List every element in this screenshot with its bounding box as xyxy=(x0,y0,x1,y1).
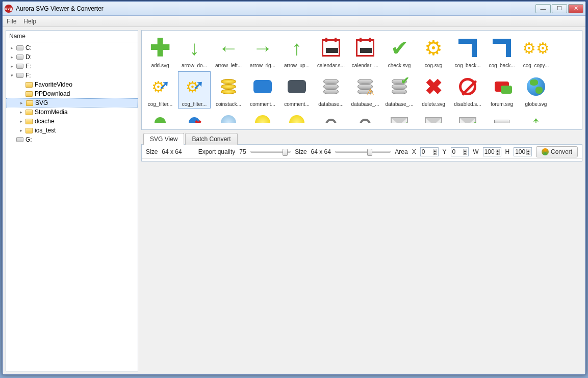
thumbnail[interactable] xyxy=(349,110,381,123)
thumbnail[interactable]: database... xyxy=(315,71,347,109)
tree-node[interactable]: ▸ios_test xyxy=(6,126,138,135)
tree-header[interactable]: Name xyxy=(6,31,138,42)
thumbnail[interactable]: calendar.s... xyxy=(315,33,347,70)
tabbar: SVG View Batch Convert xyxy=(141,133,582,145)
thumb-people-icon xyxy=(146,112,174,123)
thumbnail[interactable]: disabled.s... xyxy=(451,71,484,109)
thumbnail[interactable]: ✔check.svg xyxy=(383,33,416,70)
expander-icon[interactable]: ▸ xyxy=(9,64,14,69)
menu-file[interactable]: File xyxy=(7,18,16,25)
thumbnail[interactable]: ⚙➚cog_filter... xyxy=(144,71,176,109)
thumb-cog-arrow-icon: ⚙➚ xyxy=(146,73,174,100)
thumb-env-up-icon: ↑ xyxy=(454,112,481,123)
thumbnail[interactable]: ⚙cog.svg xyxy=(417,33,450,70)
thumbnail[interactable] xyxy=(212,110,245,123)
quality-slider[interactable] xyxy=(250,151,291,153)
thumbnail[interactable]: ⚠database_... xyxy=(349,71,381,109)
convert-button[interactable]: Convert xyxy=(536,146,578,157)
thumbnail[interactable]: forum.svg xyxy=(485,71,518,109)
folder-tree[interactable]: ▸C:▸D:▸E:▾F:FavoriteVideoPPDownload▸SVG▸… xyxy=(6,42,138,371)
tree-label: C: xyxy=(25,44,32,51)
expander-icon[interactable]: ▸ xyxy=(9,55,14,60)
size-slider[interactable] xyxy=(335,151,391,153)
thumbnail[interactable]: cog_back... xyxy=(451,33,484,70)
thumbnail[interactable]: ✖delete.svg xyxy=(417,71,450,109)
folder-icon xyxy=(26,100,33,106)
thumbnail[interactable]: ↑arrow_up... xyxy=(280,33,313,70)
thumbnail[interactable]: coinstack... xyxy=(212,71,245,109)
area-x-input[interactable]: 0▴▾ xyxy=(420,147,439,156)
tree-node[interactable]: ▸E: xyxy=(6,62,138,71)
window-title: Aurora SVG Viewer & Converter xyxy=(16,5,535,12)
thumb-label: add.svg xyxy=(145,63,175,68)
tree-node[interactable]: ▸dcache xyxy=(6,117,138,126)
close-button[interactable]: ✕ xyxy=(568,4,583,13)
thumbnail[interactable]: calendar_... xyxy=(349,33,381,70)
thumb-label: calendar.s... xyxy=(316,63,346,68)
expander-icon[interactable] xyxy=(18,82,23,87)
thumb-bubble-dark-icon xyxy=(283,73,311,100)
tree-node[interactable]: ▸SVG xyxy=(6,98,138,107)
tree-node[interactable]: ▸D: xyxy=(6,52,138,62)
area-y-input[interactable]: 0▴▾ xyxy=(451,147,469,156)
expander-icon[interactable]: ▸ xyxy=(19,100,24,105)
tree-node[interactable]: ▾F: xyxy=(6,71,138,80)
tree-node[interactable]: FavoriteVideo xyxy=(6,80,138,89)
thumbnail[interactable]: globe.svg xyxy=(520,71,552,109)
export-quality-value: 75 xyxy=(239,148,246,155)
thumbnail[interactable] xyxy=(144,110,176,123)
thumbnail[interactable]: ↓ xyxy=(383,110,416,123)
thumbnail[interactable]: ↓ xyxy=(417,110,450,123)
thumbnail[interactable]: ✔database_... xyxy=(383,71,416,109)
thumbnail[interactable] xyxy=(315,110,347,123)
export-quality-label: Export quality xyxy=(198,148,236,155)
menubar: File Help xyxy=(3,16,585,27)
thumbnail[interactable]: ✖ xyxy=(178,110,211,123)
thumbnail[interactable]: ↑ xyxy=(520,110,552,123)
thumbnail[interactable]: ⚙⚙cog_copy... xyxy=(520,33,552,70)
expander-icon[interactable] xyxy=(18,91,23,96)
expander-icon[interactable]: ▸ xyxy=(18,119,23,124)
titlebar[interactable]: svg Aurora SVG Viewer & Converter — ☐ ✕ xyxy=(3,2,585,16)
expander-icon[interactable]: ▸ xyxy=(9,45,14,50)
thumbnail[interactable]: ✚add.svg xyxy=(144,33,176,70)
tree-node[interactable]: ▸C: xyxy=(6,43,138,52)
thumbnail[interactable]: ⚙➚cog_filter... xyxy=(178,71,211,109)
tab-svg-view[interactable]: SVG View xyxy=(143,133,184,145)
thumbnail[interactable] xyxy=(246,110,279,123)
thumb-corner-icon xyxy=(454,34,481,62)
expander-icon[interactable] xyxy=(9,137,14,142)
thumb-label: cog_copy... xyxy=(521,63,551,68)
thumbnail[interactable]: comment... xyxy=(280,71,313,109)
h-label: H xyxy=(505,148,510,155)
menu-help[interactable]: Help xyxy=(23,18,36,25)
thumbnail[interactable] xyxy=(485,110,518,123)
thumbnail[interactable]: ↓arrow_do... xyxy=(178,33,211,70)
tree-node[interactable]: ▸StormMedia xyxy=(6,107,138,117)
thumb-label: comment... xyxy=(282,101,312,107)
preview-toolbar: Size 64 x 64 Export quality 75 Size 64 x… xyxy=(142,145,582,159)
thumb-x-icon: ✖ xyxy=(420,73,447,100)
expander-icon[interactable]: ▸ xyxy=(18,110,23,115)
minimize-button[interactable]: — xyxy=(535,4,551,13)
thumbnail-panel[interactable]: ✚add.svg↓arrow_do...←arrow_left...→arrow… xyxy=(141,30,582,130)
thumb-hdd-icon xyxy=(488,112,516,123)
thumbnail[interactable]: cog_back... xyxy=(485,33,518,70)
thumb-label: forum.svg xyxy=(487,101,517,107)
thumb-label: arrow_left... xyxy=(214,63,243,68)
tree-node[interactable]: PPDownload xyxy=(6,89,138,98)
area-h-input[interactable]: 100▴▾ xyxy=(514,147,532,156)
thumb-dot-yel-icon xyxy=(249,112,276,123)
maximize-button[interactable]: ☐ xyxy=(552,4,567,13)
tab-batch-convert[interactable]: Batch Convert xyxy=(185,133,237,145)
area-w-input[interactable]: 100▴▾ xyxy=(483,147,501,156)
expander-icon[interactable]: ▸ xyxy=(18,128,23,133)
expander-icon[interactable]: ▾ xyxy=(9,73,14,78)
thumbnail[interactable]: →arrow_rig... xyxy=(246,33,279,70)
thumbnail[interactable] xyxy=(280,110,313,123)
thumbnail[interactable]: ↑ xyxy=(451,110,484,123)
tree-label: G: xyxy=(25,136,32,143)
thumbnail[interactable]: comment... xyxy=(246,71,279,109)
thumbnail[interactable]: ←arrow_left... xyxy=(212,33,245,70)
tree-node[interactable]: G: xyxy=(6,135,138,144)
